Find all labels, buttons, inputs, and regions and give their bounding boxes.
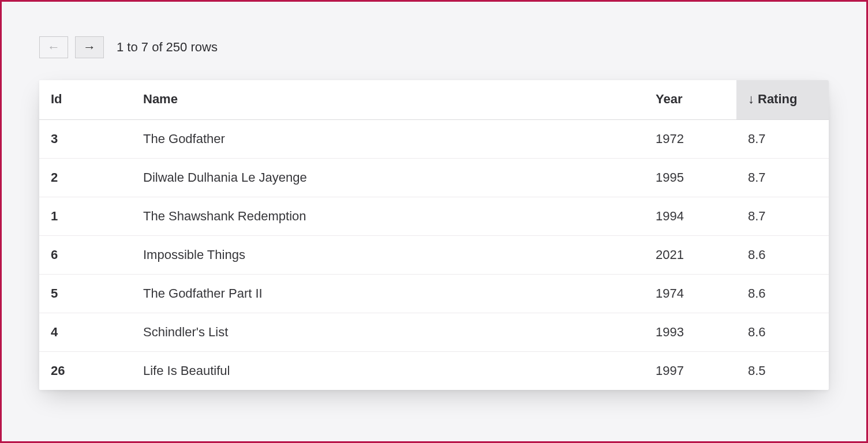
cell-rating: 8.7 bbox=[736, 159, 829, 197]
table-body: 3The Godfather19728.72Dilwale Dulhania L… bbox=[39, 120, 829, 391]
cell-id: 2 bbox=[39, 159, 132, 197]
cell-id: 5 bbox=[39, 275, 132, 313]
cell-name: Schindler's List bbox=[132, 313, 644, 352]
col-header-rating-label: Rating bbox=[758, 92, 797, 106]
cell-name: Life Is Beautiful bbox=[132, 352, 644, 391]
table-row: 6Impossible Things20218.6 bbox=[39, 236, 829, 275]
cell-year: 1995 bbox=[644, 159, 736, 197]
cell-year: 1972 bbox=[644, 120, 736, 159]
cell-id: 1 bbox=[39, 197, 132, 236]
table-row: 2Dilwale Dulhania Le Jayenge19958.7 bbox=[39, 159, 829, 197]
cell-rating: 8.6 bbox=[736, 275, 829, 313]
arrow-left-icon: ← bbox=[47, 40, 60, 55]
cell-name: The Godfather bbox=[132, 120, 644, 159]
sort-down-icon: ↓ bbox=[748, 92, 754, 106]
cell-id: 4 bbox=[39, 313, 132, 352]
table-row: 1The Shawshank Redemption19948.7 bbox=[39, 197, 829, 236]
cell-rating: 8.6 bbox=[736, 236, 829, 275]
table-row: 4Schindler's List19938.6 bbox=[39, 313, 829, 352]
pager-next-button[interactable]: → bbox=[75, 36, 104, 58]
cell-year: 1993 bbox=[644, 313, 736, 352]
col-header-name[interactable]: Name bbox=[132, 80, 644, 120]
table-row: 5The Godfather Part II19748.6 bbox=[39, 275, 829, 313]
arrow-right-icon: → bbox=[83, 40, 96, 55]
cell-name: Dilwale Dulhania Le Jayenge bbox=[132, 159, 644, 197]
data-table: Id Name Year ↓Rating 3The Godfather19728… bbox=[39, 80, 829, 390]
cell-rating: 8.7 bbox=[736, 197, 829, 236]
cell-year: 1997 bbox=[644, 352, 736, 391]
cell-name: The Godfather Part II bbox=[132, 275, 644, 313]
pager-status: 1 to 7 of 250 rows bbox=[117, 40, 218, 55]
cell-rating: 8.7 bbox=[736, 120, 829, 159]
col-header-year[interactable]: Year bbox=[644, 80, 736, 120]
cell-id: 6 bbox=[39, 236, 132, 275]
cell-name: The Shawshank Redemption bbox=[132, 197, 644, 236]
cell-name: Impossible Things bbox=[132, 236, 644, 275]
cell-year: 1994 bbox=[644, 197, 736, 236]
cell-rating: 8.6 bbox=[736, 313, 829, 352]
table-row: 3The Godfather19728.7 bbox=[39, 120, 829, 159]
cell-id: 3 bbox=[39, 120, 132, 159]
cell-year: 2021 bbox=[644, 236, 736, 275]
page-root: ← → 1 to 7 of 250 rows Id Name Year ↓Rat… bbox=[2, 2, 866, 425]
pager-prev-button[interactable]: ← bbox=[39, 36, 68, 58]
table-card: Id Name Year ↓Rating 3The Godfather19728… bbox=[39, 80, 829, 390]
cell-year: 1974 bbox=[644, 275, 736, 313]
cell-rating: 8.5 bbox=[736, 352, 829, 391]
col-header-rating[interactable]: ↓Rating bbox=[736, 80, 829, 120]
pager: ← → 1 to 7 of 250 rows bbox=[39, 36, 829, 58]
col-header-id[interactable]: Id bbox=[39, 80, 132, 120]
cell-id: 26 bbox=[39, 352, 132, 391]
table-header-row: Id Name Year ↓Rating bbox=[39, 80, 829, 120]
table-row: 26Life Is Beautiful19978.5 bbox=[39, 352, 829, 391]
